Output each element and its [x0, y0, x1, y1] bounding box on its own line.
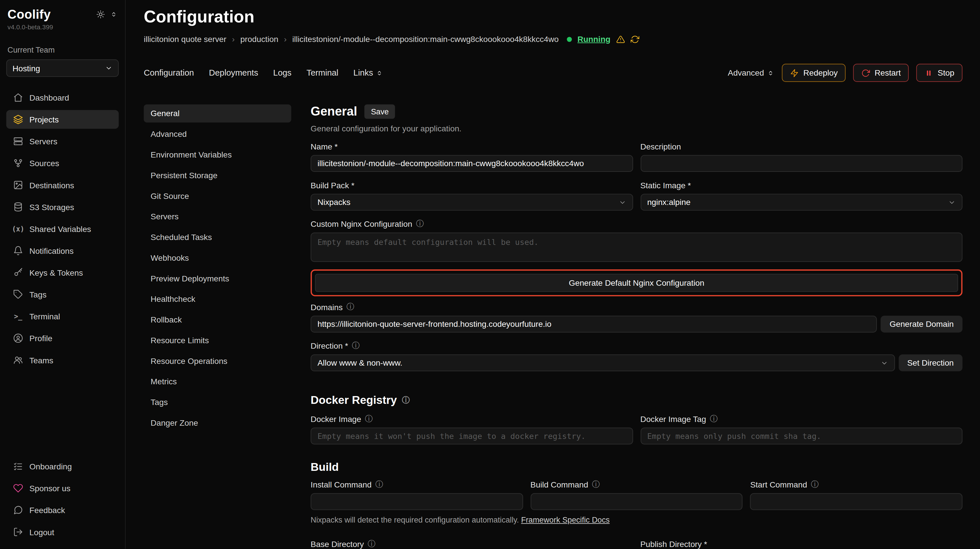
- info-icon[interactable]: ⓘ: [365, 415, 373, 423]
- subnav-scheduled-tasks[interactable]: Scheduled Tasks: [144, 228, 291, 246]
- selector-icon: [767, 69, 775, 76]
- tab-terminal[interactable]: Terminal: [306, 68, 338, 78]
- subnav-git-source[interactable]: Git Source: [144, 187, 291, 205]
- tab-deployments[interactable]: Deployments: [209, 68, 258, 78]
- tab-logs[interactable]: Logs: [273, 68, 292, 78]
- save-button[interactable]: Save: [365, 104, 395, 119]
- direction-select[interactable]: Allow www & non-www.: [311, 355, 895, 371]
- info-icon[interactable]: ⓘ: [368, 540, 375, 548]
- selector-icon[interactable]: [110, 11, 118, 18]
- nginx-config-label: Custom Nginx Configuration: [311, 219, 412, 229]
- description-input[interactable]: [640, 155, 963, 172]
- nginx-config-textarea[interactable]: [311, 232, 963, 262]
- warning-icon[interactable]: [616, 35, 625, 43]
- sidebar-item-dashboard[interactable]: Dashboard: [6, 88, 119, 107]
- bell-icon: [13, 246, 23, 256]
- breadcrumb-environment[interactable]: production: [240, 35, 278, 44]
- subnav-healthcheck[interactable]: Healthcheck: [144, 290, 291, 308]
- set-direction-button[interactable]: Set Direction: [898, 355, 963, 371]
- generate-domain-button[interactable]: Generate Domain: [881, 316, 963, 333]
- docker-image-tag-input[interactable]: [640, 427, 963, 444]
- sync-icon[interactable]: [630, 35, 639, 43]
- team-select[interactable]: Hosting: [6, 59, 119, 77]
- stop-button[interactable]: Stop: [916, 64, 963, 82]
- info-icon[interactable]: ⓘ: [346, 303, 354, 311]
- subnav-webhooks[interactable]: Webhooks: [144, 249, 291, 267]
- name-label: Name *: [311, 142, 338, 151]
- redeploy-button[interactable]: Redeploy: [782, 64, 846, 82]
- chevron-down-icon: [948, 198, 956, 206]
- sidebar-item-sponsor[interactable]: Sponsor us: [6, 479, 119, 498]
- info-icon[interactable]: ⓘ: [710, 415, 718, 423]
- sidebar-item-notifications[interactable]: Notifications: [6, 241, 119, 260]
- domains-input[interactable]: [311, 316, 877, 333]
- generate-nginx-config-button[interactable]: Generate Default Nginx Configuration: [315, 274, 958, 292]
- key-icon: [13, 267, 23, 278]
- info-icon[interactable]: ⓘ: [811, 481, 818, 489]
- build-pack-select[interactable]: Nixpacks: [311, 194, 633, 211]
- sidebar-item-sources[interactable]: Sources: [6, 154, 119, 172]
- status-badge[interactable]: Running: [578, 35, 611, 44]
- breadcrumb-separator-icon: ›: [232, 35, 234, 44]
- framework-docs-link[interactable]: Framework Specific Docs: [521, 516, 609, 524]
- tag-icon: [13, 290, 23, 299]
- sidebar-item-s3-storages[interactable]: S3 Storages: [6, 197, 119, 216]
- start-command-label: Start Command: [750, 480, 807, 490]
- name-input[interactable]: [311, 155, 633, 172]
- restart-icon: [861, 68, 870, 77]
- subnav-environment-variables[interactable]: Environment Variables: [144, 146, 291, 164]
- docker-image-input[interactable]: [311, 427, 633, 444]
- sidebar-item-shared-variables[interactable]: (x) Shared Variables: [6, 219, 119, 238]
- build-command-input[interactable]: [531, 493, 743, 510]
- breadcrumb-resource[interactable]: illicitestonion/-module--decomposition:m…: [292, 35, 559, 44]
- info-icon[interactable]: ⓘ: [375, 481, 383, 489]
- subnav-persistent-storage[interactable]: Persistent Storage: [144, 166, 291, 184]
- subnav-advanced[interactable]: Advanced: [144, 125, 291, 143]
- app-logo[interactable]: Coolify: [8, 8, 51, 22]
- chevron-down-icon: [619, 198, 626, 206]
- subnav-servers[interactable]: Servers: [144, 207, 291, 226]
- subnav-general[interactable]: General: [144, 104, 291, 123]
- sidebar-item-tags[interactable]: Tags: [6, 285, 119, 304]
- tab-bar: Configuration Deployments Logs Terminal …: [144, 64, 963, 82]
- subnav-resource-operations[interactable]: Resource Operations: [144, 352, 291, 370]
- app-version: v4.0.0-beta.399: [6, 22, 119, 30]
- docker-image-tag-label: Docker Image Tag: [640, 414, 706, 424]
- subnav-rollback[interactable]: Rollback: [144, 311, 291, 329]
- sidebar-item-terminal[interactable]: >_ Terminal: [6, 307, 119, 326]
- tab-configuration[interactable]: Configuration: [144, 68, 194, 78]
- info-icon[interactable]: ⓘ: [416, 220, 423, 228]
- nixpacks-note: Nixpacks will detect the required config…: [311, 516, 963, 524]
- sidebar-nav: Dashboard Projects Servers Sources Desti…: [6, 88, 119, 370]
- subnav-preview-deployments[interactable]: Preview Deployments: [144, 269, 291, 287]
- info-icon[interactable]: ⓘ: [402, 396, 409, 404]
- sidebar-item-logout[interactable]: Logout: [6, 522, 119, 541]
- info-icon[interactable]: ⓘ: [352, 342, 360, 350]
- bolt-icon: [790, 68, 799, 77]
- sidebar-item-projects[interactable]: Projects: [6, 110, 119, 129]
- sidebar-item-destinations[interactable]: Destinations: [6, 176, 119, 194]
- install-command-input[interactable]: [311, 493, 523, 510]
- subnav-tags[interactable]: Tags: [144, 393, 291, 411]
- advanced-menu[interactable]: Advanced: [728, 68, 775, 78]
- subnav-metrics[interactable]: Metrics: [144, 372, 291, 391]
- subnav-danger-zone[interactable]: Danger Zone: [144, 414, 291, 432]
- sidebar-item-profile[interactable]: Profile: [6, 329, 119, 347]
- terminal-icon: >_: [13, 312, 23, 320]
- sidebar-item-feedback[interactable]: Feedback: [6, 501, 119, 519]
- start-command-input[interactable]: [750, 493, 963, 510]
- build-heading: Build: [311, 461, 339, 474]
- static-image-select[interactable]: nginx:alpine: [640, 194, 963, 211]
- sidebar-item-onboarding[interactable]: Onboarding: [6, 457, 119, 476]
- heart-icon: [13, 483, 23, 493]
- subnav-resource-limits[interactable]: Resource Limits: [144, 331, 291, 350]
- sidebar-item-servers[interactable]: Servers: [6, 132, 119, 151]
- info-icon[interactable]: ⓘ: [592, 481, 600, 489]
- sidebar-item-teams[interactable]: Teams: [6, 351, 119, 369]
- restart-button[interactable]: Restart: [853, 64, 909, 82]
- sidebar-item-keys-tokens[interactable]: Keys & Tokens: [6, 263, 119, 282]
- chat-icon: [13, 505, 23, 515]
- breadcrumb-project[interactable]: illicitonion quote server: [144, 35, 226, 44]
- theme-toggle-sun-icon[interactable]: [96, 10, 105, 19]
- tab-links[interactable]: Links: [353, 68, 383, 78]
